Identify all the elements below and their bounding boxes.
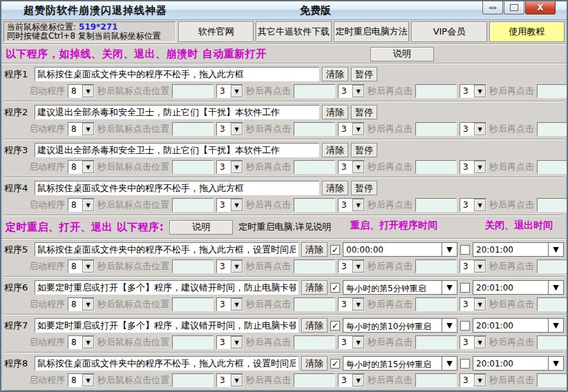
close-time-checkbox[interactable]: ✓ — [460, 321, 470, 331]
chevron-down-icon[interactable]: ▼ — [548, 281, 563, 294]
click-position-input[interactable] — [294, 198, 335, 212]
click-delay-combo[interactable]: 3▼ — [338, 335, 365, 349]
clear-button[interactable]: 清除 — [322, 67, 348, 81]
chevron-down-icon[interactable]: ▼ — [548, 243, 563, 256]
close-time-combo[interactable]: 20:01:00▼ — [473, 242, 564, 257]
toolbar-button[interactable]: 使用教程 — [489, 21, 565, 42]
click-delay-combo[interactable]: 3▼ — [216, 160, 243, 174]
click-delay-combo[interactable]: 3▼ — [460, 373, 486, 387]
chevron-down-icon[interactable]: ▼ — [231, 123, 243, 135]
close-time-combo[interactable]: 20:01:00▼ — [473, 280, 564, 295]
click-position-input[interactable] — [415, 122, 457, 136]
click-delay-combo[interactable]: 3▼ — [460, 335, 486, 349]
click-delay-combo[interactable]: 3▼ — [216, 373, 243, 387]
open-time-checkbox[interactable]: ✓ — [330, 359, 340, 369]
launch-delay-combo[interactable]: 8▼ — [68, 160, 95, 174]
open-time-combo[interactable]: 每小时的第5分钟重启▼ — [343, 280, 457, 295]
click-position-input[interactable] — [294, 122, 335, 136]
click-position-input[interactable] — [294, 335, 335, 349]
click-position-input[interactable] — [415, 160, 457, 174]
click-delay-combo[interactable]: 3▼ — [338, 160, 365, 174]
click-position-input[interactable] — [172, 160, 214, 174]
click-delay-combo[interactable]: 3▼ — [216, 122, 243, 136]
chevron-down-icon[interactable]: ▼ — [82, 298, 94, 311]
click-position-input[interactable] — [415, 84, 457, 98]
chevron-down-icon[interactable]: ▼ — [442, 243, 457, 256]
pause-button[interactable]: 暂停 — [351, 181, 377, 195]
click-delay-combo[interactable]: 3▼ — [460, 160, 486, 174]
click-position-input[interactable] — [537, 373, 568, 387]
toolbar-button[interactable]: 其它牛逼软件下载 — [256, 21, 331, 42]
pause-button[interactable]: 暂停 — [351, 143, 377, 157]
launch-delay-combo[interactable]: 8▼ — [68, 259, 95, 273]
pause-button[interactable]: 暂停 — [351, 105, 377, 119]
click-position-input[interactable] — [537, 160, 568, 174]
click-position-input[interactable] — [537, 122, 568, 136]
open-time-checkbox[interactable]: ✓ — [330, 321, 340, 331]
launch-delay-combo[interactable]: 8▼ — [68, 373, 95, 387]
click-delay-combo[interactable]: 3▼ — [338, 198, 365, 212]
chevron-down-icon[interactable]: ▼ — [231, 161, 243, 173]
close-time-combo[interactable]: 20:01:00▼ — [473, 318, 564, 333]
click-delay-combo[interactable]: 3▼ — [338, 373, 365, 387]
click-position-input[interactable] — [294, 373, 335, 387]
click-position-input[interactable] — [537, 259, 568, 273]
maximize-button[interactable] — [504, 1, 524, 14]
click-delay-combo[interactable]: 3▼ — [460, 297, 486, 311]
chevron-down-icon[interactable]: ▼ — [474, 374, 486, 386]
program-path-input[interactable] — [35, 143, 319, 157]
launch-delay-combo[interactable]: 8▼ — [68, 122, 95, 136]
click-position-input[interactable] — [294, 160, 335, 174]
click-position-input[interactable] — [172, 335, 214, 349]
click-delay-combo[interactable]: 3▼ — [216, 198, 243, 212]
click-delay-combo[interactable]: 3▼ — [338, 259, 365, 273]
chevron-down-icon[interactable]: ▼ — [474, 161, 486, 173]
click-delay-combo[interactable]: 3▼ — [338, 297, 365, 311]
click-position-input[interactable] — [172, 84, 214, 98]
chevron-down-icon[interactable]: ▼ — [352, 260, 364, 273]
chevron-down-icon[interactable]: ▼ — [474, 199, 486, 211]
pause-button[interactable]: 暂停 — [351, 67, 377, 81]
chevron-down-icon[interactable]: ▼ — [231, 260, 243, 273]
toolbar-button[interactable]: VIP会员 — [411, 21, 486, 42]
launch-delay-combo[interactable]: 8▼ — [68, 198, 95, 212]
launch-delay-combo[interactable]: 8▼ — [68, 84, 95, 98]
clear-button[interactable]: 清除 — [322, 105, 348, 119]
program-path-input[interactable] — [35, 280, 299, 295]
click-position-input[interactable] — [172, 373, 214, 387]
chevron-down-icon[interactable]: ▼ — [352, 123, 364, 135]
click-position-input[interactable] — [415, 335, 457, 349]
click-delay-combo[interactable]: 3▼ — [460, 198, 486, 212]
toolbar-button[interactable]: 定时重启电脑方法 — [334, 21, 409, 42]
chevron-down-icon[interactable]: ▼ — [474, 260, 486, 273]
close-time-checkbox[interactable]: ✓ — [460, 245, 470, 255]
chevron-down-icon[interactable]: ▼ — [82, 123, 94, 135]
click-position-input[interactable] — [294, 259, 335, 273]
chevron-down-icon[interactable]: ▼ — [352, 336, 364, 349]
close-button[interactable]: X — [525, 1, 556, 14]
click-position-input[interactable] — [172, 198, 214, 212]
chevron-down-icon[interactable]: ▼ — [474, 85, 486, 97]
program-path-input[interactable] — [35, 356, 299, 371]
clear-button[interactable]: 清除 — [301, 356, 328, 371]
chevron-down-icon[interactable]: ▼ — [231, 336, 243, 349]
click-delay-combo[interactable]: 3▼ — [216, 297, 243, 311]
chevron-down-icon[interactable]: ▼ — [82, 374, 94, 386]
click-position-input[interactable] — [537, 297, 568, 311]
open-time-combo[interactable]: 00:00:00▼ — [343, 242, 457, 257]
program-path-input[interactable] — [35, 105, 319, 119]
chevron-down-icon[interactable]: ▼ — [82, 336, 94, 349]
chevron-down-icon[interactable]: ▼ — [442, 281, 457, 294]
chevron-down-icon[interactable]: ▼ — [442, 319, 457, 332]
program-path-input[interactable] — [35, 318, 299, 333]
click-position-input[interactable] — [294, 84, 335, 98]
open-time-checkbox[interactable]: ✓ — [330, 245, 340, 255]
close-time-checkbox[interactable]: ✓ — [460, 283, 470, 293]
chevron-down-icon[interactable]: ▼ — [231, 199, 243, 211]
click-position-input[interactable] — [537, 335, 568, 349]
chevron-down-icon[interactable]: ▼ — [352, 161, 364, 173]
click-delay-combo[interactable]: 3▼ — [460, 84, 486, 98]
program-path-input[interactable] — [35, 181, 319, 195]
clear-button[interactable]: 清除 — [322, 143, 348, 157]
chevron-down-icon[interactable]: ▼ — [231, 85, 243, 97]
